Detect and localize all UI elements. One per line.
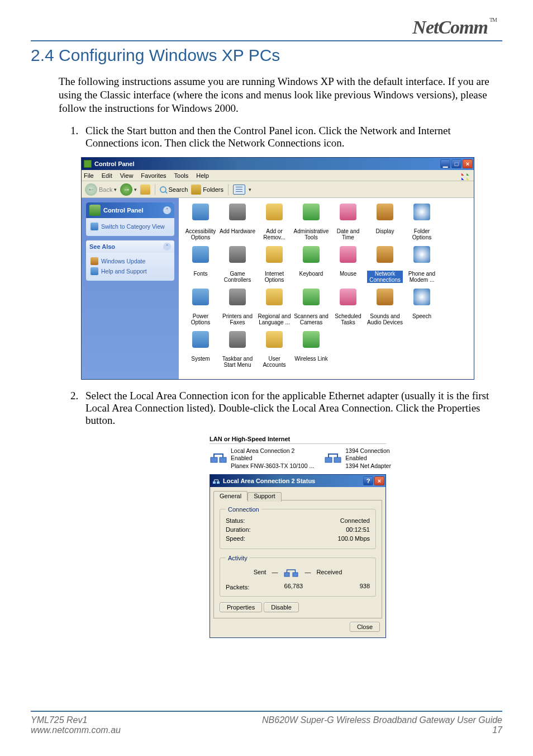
folders-icon — [191, 185, 201, 195]
menu-view[interactable]: View — [120, 172, 134, 179]
cp-item-game-controllers[interactable]: Game Controllers — [219, 246, 256, 283]
packets-received-value: 938 — [360, 583, 370, 589]
menu-tools[interactable]: Tools — [174, 172, 189, 179]
cp-item-regional-and-language[interactable]: Regional and Language ... — [256, 289, 293, 325]
cp-item-date-and-time[interactable]: Date and Time — [330, 204, 367, 240]
menu-favorites[interactable]: Favorites — [141, 172, 166, 179]
close-button[interactable]: × — [374, 476, 384, 485]
cp-item-icon — [266, 204, 283, 220]
lan-icon — [324, 447, 342, 465]
cp-item-add-or-remov[interactable]: Add or Remov... — [256, 204, 293, 240]
cp-item-label: Add Hardware — [220, 228, 255, 234]
cp-item-label: Phone and Modem ... — [408, 271, 435, 283]
cp-item-taskbar-and-start-menu[interactable]: Taskbar and Start Menu — [219, 331, 256, 368]
svg-rect-7 — [293, 573, 298, 577]
cp-item-system[interactable]: System — [182, 331, 219, 368]
cp-item-icon — [303, 204, 320, 220]
close-button[interactable]: × — [463, 159, 473, 168]
cp-item-add-hardware[interactable]: Add Hardware — [219, 204, 256, 240]
toolbar: ← Back ▾ → ▾ Search Folders ▾ — [82, 181, 474, 198]
connection-status-dialog: Local Area Connection 2 Status ? × Gener… — [210, 474, 386, 638]
search-icon — [160, 186, 166, 193]
window-title: Control Panel — [94, 160, 440, 167]
forward-button[interactable]: → ▾ — [120, 183, 137, 196]
cp-item-mouse[interactable]: Mouse — [330, 246, 367, 283]
cp-item-label: Keyboard — [299, 271, 323, 277]
help-button[interactable]: ? — [363, 476, 373, 485]
window-icon — [84, 160, 92, 168]
cp-item-phone-and-modem[interactable]: Phone and Modem ... — [403, 246, 440, 283]
tab-general[interactable]: General — [213, 491, 248, 500]
forward-dropdown-icon[interactable]: ▾ — [134, 187, 137, 192]
cp-item-label: Power Options — [191, 313, 210, 325]
views-dropdown-icon[interactable]: ▾ — [249, 187, 251, 192]
menu-file[interactable]: File — [84, 172, 94, 179]
cp-item-icon — [377, 289, 393, 305]
cp-item-scanners-and-cameras[interactable]: Scanners and Cameras — [293, 289, 330, 325]
packets-sent-value: 66,783 — [227, 583, 360, 589]
switch-category-view-link[interactable]: Switch to Category View — [91, 221, 170, 231]
screenshot-lan-status: LAN or High-Speed Internet Local Area Co… — [210, 434, 386, 637]
svg-rect-1 — [220, 457, 226, 462]
menu-help[interactable]: Help — [196, 172, 209, 179]
lan-connection-item[interactable]: Local Area Connection 2 Enabled Planex F… — [210, 447, 314, 469]
cp-item-internet-options[interactable]: Internet Options — [256, 246, 293, 283]
cp-item-icon — [192, 289, 209, 305]
cp-item-speech[interactable]: Speech — [403, 289, 440, 325]
cp-item-folder-options[interactable]: Folder Options — [403, 204, 440, 240]
window-titlebar: Control Panel ▁ □ × — [82, 158, 474, 170]
cp-item-label: System — [191, 356, 210, 362]
speed-value: 100.0 Mbps — [338, 535, 370, 542]
back-button[interactable]: ← Back ▾ — [85, 183, 117, 196]
menu-edit[interactable]: Edit — [102, 172, 112, 179]
lan-category-header: LAN or High-Speed Internet — [210, 434, 386, 444]
dialog-icon — [212, 477, 220, 485]
cp-item-accessibility-options[interactable]: Accessibility Options — [182, 204, 219, 240]
properties-button[interactable]: Properties — [220, 602, 262, 612]
views-button[interactable] — [233, 185, 245, 195]
cp-item-icon — [340, 246, 356, 263]
cp-item-label: Scanners and Cameras — [294, 313, 329, 325]
back-dropdown-icon[interactable]: ▾ — [114, 187, 117, 192]
folders-button[interactable]: Folders — [191, 185, 223, 195]
cp-item-label: Sounds and Audio Devices — [367, 313, 403, 325]
cp-item-user-accounts[interactable]: User Accounts — [256, 331, 293, 368]
connection-legend: Connection — [226, 506, 261, 513]
help-support-link[interactable]: Help and Support — [91, 266, 170, 276]
collapse-icon[interactable]: ˆ — [163, 243, 171, 251]
cp-item-scheduled-tasks[interactable]: Scheduled Tasks — [330, 289, 367, 325]
tab-support[interactable]: Support — [248, 492, 282, 502]
cp-item-label: User Accounts — [263, 356, 285, 368]
cp-item-icon — [266, 289, 283, 305]
cp-item-sounds-and-audio-devices[interactable]: Sounds and Audio Devices — [367, 289, 403, 325]
back-icon: ← — [85, 183, 97, 196]
minimize-button[interactable]: ▁ — [440, 159, 450, 168]
cp-item-wireless-link[interactable]: Wireless Link — [293, 331, 330, 368]
windows-update-link[interactable]: Windows Update — [91, 256, 170, 266]
intro-paragraph: The following instructions assume you ar… — [59, 75, 502, 115]
cp-item-keyboard[interactable]: Keyboard — [293, 246, 330, 283]
cp-item-icon — [413, 204, 430, 220]
step-2: Select the Local Area Connection icon fo… — [81, 390, 502, 427]
lan-connection-item[interactable]: 1394 Connection Enabled 1394 Net Adapter — [324, 447, 391, 469]
cp-item-label: Mouse — [340, 271, 356, 277]
maximize-button[interactable]: □ — [451, 159, 461, 168]
up-folder-button[interactable] — [140, 185, 150, 195]
header-rule — [31, 40, 502, 41]
conn-name: Local Area Connection 2 — [231, 447, 314, 455]
search-button[interactable]: Search — [160, 186, 188, 193]
cp-item-label: Network Connections — [367, 271, 403, 283]
cp-item-administrative-tools[interactable]: Administrative Tools — [293, 204, 330, 240]
cp-item-icon — [229, 331, 246, 348]
close-dialog-button[interactable]: Close — [350, 622, 380, 632]
cp-item-power-options[interactable]: Power Options — [182, 289, 219, 325]
cp-item-icon — [192, 246, 209, 263]
disable-button[interactable]: Disable — [264, 602, 299, 612]
cp-item-printers-and-faxes[interactable]: Printers and Faxes — [219, 289, 256, 325]
cp-item-fonts[interactable]: Fonts — [182, 246, 219, 283]
cp-item-network-connections[interactable]: Network Connections — [367, 246, 403, 283]
cp-item-icon — [303, 246, 320, 263]
collapse-icon[interactable]: ˆ — [163, 206, 171, 214]
cp-item-icon — [229, 289, 246, 305]
cp-item-display[interactable]: Display — [367, 204, 403, 240]
